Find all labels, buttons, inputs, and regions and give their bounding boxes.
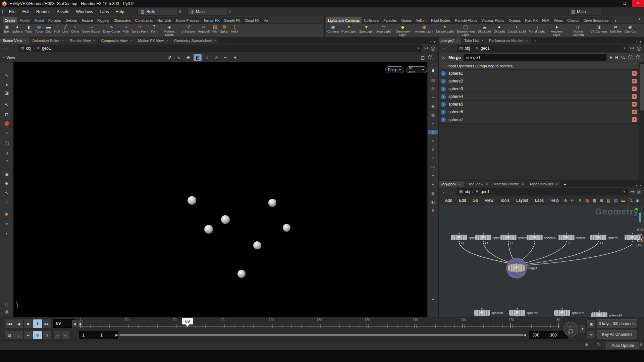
input-row-sphere2[interactable]: ↑sphere2✕ (439, 77, 639, 85)
eraser-tool-icon[interactable]: ◪ (0, 90, 13, 95)
tool-spray-paint[interactable]: ✑Spray Paint (130, 24, 150, 33)
input-row-sphere3[interactable]: ↑sphere3✕ (439, 85, 639, 93)
radial-menu-icon[interactable]: ◎ (637, 45, 641, 51)
shelf-tab-crowds[interactable]: Crowds (565, 17, 582, 23)
tool-null[interactable]: ✛Null (53, 24, 61, 33)
search-icon[interactable] (621, 55, 625, 60)
pane-maximize-icon[interactable]: ▪ (636, 40, 637, 44)
path-dropdown-icon[interactable]: ▼ (623, 47, 626, 50)
reorder-up-icon[interactable]: ↑ (441, 71, 446, 76)
viewport-sphere-3[interactable] (221, 215, 230, 224)
breadcrumb-geo1[interactable]: geo1 (481, 46, 490, 51)
shelf-tab-particle-fluids[interactable]: Particle Fluids (453, 17, 480, 23)
prev-key-button[interactable]: |◀ (54, 331, 62, 340)
shelf-tab-constraints[interactable]: Constraints (133, 17, 155, 23)
close-tab-icon[interactable]: ✕ (556, 183, 558, 186)
view-pivot-icon[interactable]: △ (428, 121, 438, 126)
shade-mode-icon[interactable]: ◇ (428, 130, 438, 134)
tool-area-light[interactable]: ▭Area Light (375, 24, 392, 33)
menu-edit[interactable]: Edit (19, 7, 33, 16)
help-icon[interactable]: ? (428, 55, 433, 60)
forward-icon[interactable]: → (449, 189, 455, 194)
viewport-sphere-4[interactable] (204, 225, 213, 234)
pin-icon[interactable]: ↦ (630, 188, 635, 195)
node-sphere5[interactable] (558, 235, 575, 240)
tool-point-light[interactable]: ✶Point Light (340, 24, 358, 33)
transform-tool-icon[interactable]: ✥ (184, 54, 192, 61)
range-slider-left-handle[interactable]: ▶ (115, 333, 118, 337)
paint-ball-tool-icon[interactable]: ● (0, 82, 13, 87)
net-menu-layout[interactable]: Layout (513, 198, 531, 203)
select-arrow-icon[interactable]: ↖ (0, 102, 13, 107)
network-search-icon[interactable] (628, 198, 632, 202)
radial-menu-spinner[interactable]: ⇅ (227, 10, 232, 13)
tab-motion-fx-view[interactable]: Motion FX View✕ (135, 38, 171, 44)
path-dropdown-icon[interactable]: ▼ (623, 190, 626, 193)
tab-material-palette[interactable]: Material Palette✕ (491, 181, 527, 187)
tool-vr-camera[interactable]: ◨VR Camera (589, 24, 608, 33)
step-back-button[interactable]: ◀| (72, 320, 78, 328)
info-icon[interactable]: i (628, 55, 633, 60)
forward-icon[interactable]: → (10, 46, 16, 51)
tool-volume-light[interactable]: ◍Volume Light (414, 24, 435, 33)
tool-file[interactable]: ▤File (211, 24, 219, 33)
playhead-pointer[interactable] (186, 324, 189, 327)
tool-box[interactable]: ▣Box (3, 24, 11, 33)
tool-stereo-camera[interactable]: ◫Stereo Camera (568, 24, 589, 37)
playback-start-field[interactable]: 1 (97, 331, 118, 339)
close-tab-icon[interactable]: ✕ (166, 39, 168, 42)
keys-info-button[interactable]: 0 keys, 0/0 channels (597, 319, 637, 328)
snap-icon[interactable]: # (428, 147, 438, 152)
tab-take-list[interactable]: Take List✕ (462, 38, 486, 44)
scrollbar-thumb[interactable] (640, 64, 644, 111)
pin-tool-icon[interactable]: ⬤ (0, 121, 13, 126)
pin-icon[interactable]: ↦ (424, 45, 429, 51)
tab-performance-monitor[interactable]: Performance Monitor✕ (486, 38, 531, 44)
shelf-tab-terrain-fx[interactable]: Terrain FX (201, 17, 222, 23)
refresh-icon[interactable]: ↻ (597, 342, 601, 347)
tab-scene-view[interactable]: Scene View✕ (0, 38, 30, 44)
node-sphere9[interactable] (509, 310, 525, 316)
scoped-channels-icon[interactable]: ▣ (587, 319, 596, 328)
tool-geometry-light[interactable]: ◆Geometry Light (392, 24, 414, 37)
add-pane-tab-button[interactable]: + (220, 38, 228, 44)
view-tool-icon[interactable]: ↺ (165, 54, 173, 61)
tool-platonic-solids[interactable]: ◈Platonic Solids (159, 24, 180, 37)
auto-update-spinner-icon[interactable]: ⇅ (640, 343, 642, 346)
viewport-sphere-7[interactable] (237, 270, 246, 278)
geometry-select-toggle-icon[interactable]: ◩ (194, 54, 202, 61)
breadcrumb-obj[interactable]: obj (26, 46, 31, 51)
input-row-sphere5[interactable]: ↑sphere5✕ (439, 101, 639, 108)
node-flag[interactable] (519, 273, 521, 275)
tool-l-system[interactable]: ΨL-System (180, 24, 196, 33)
scatter-tool-icon[interactable]: ∴ (0, 200, 13, 205)
visibility-eye-icon[interactable]: ◉ (634, 198, 641, 203)
input-row-sphere7[interactable]: ↑sphere7✕ (439, 116, 639, 124)
menu-render[interactable]: Render (33, 7, 53, 16)
shelf-tab-rigging[interactable]: Rigging (95, 17, 112, 23)
tool-line[interactable]: ╱Line (61, 24, 70, 33)
jump-start-button[interactable]: |◀◀ (5, 319, 14, 328)
tool-sky-light[interactable]: ☁Sky Light (477, 24, 492, 33)
node-sphere4[interactable] (527, 235, 543, 240)
delete-input-icon[interactable]: ✕ (632, 102, 637, 107)
close-tab-icon[interactable]: ✕ (481, 39, 483, 42)
pane-split-icon[interactable]: ◫ (421, 55, 425, 60)
snapshot-icon[interactable]: ∾ (222, 54, 230, 61)
input-row-sphere1[interactable]: ↑sphere1✕ (439, 70, 639, 77)
color-grid-icon[interactable]: ▦ (584, 198, 590, 203)
breadcrumb-geo1[interactable]: geo1 (42, 46, 51, 51)
shelf-tab-cloud-fx[interactable]: Cloud FX (243, 17, 262, 23)
snap-grid-tool-icon[interactable]: # (0, 159, 13, 164)
network-path-field[interactable]: ▤ obj › ❖ geo1 ▼ (457, 188, 628, 195)
home-view-icon[interactable]: ◎ (428, 86, 438, 91)
close-tab-icon[interactable]: ✕ (522, 183, 524, 186)
persp-view-button[interactable]: Persp▼ (385, 66, 404, 73)
tab-render-view[interactable]: Render View✕ (67, 38, 98, 44)
tool-metaball[interactable]: ∞Metaball (196, 24, 211, 33)
tool-distant-light[interactable]: ☀Distant Light (435, 24, 455, 33)
input-row-sphere4[interactable]: ↑sphere4✕ (439, 93, 639, 101)
shelf-tab-fem[interactable]: FEM (540, 17, 552, 23)
box-tool-icon[interactable]: ▣ (0, 172, 13, 177)
delete-input-icon[interactable]: ✕ (632, 110, 637, 114)
